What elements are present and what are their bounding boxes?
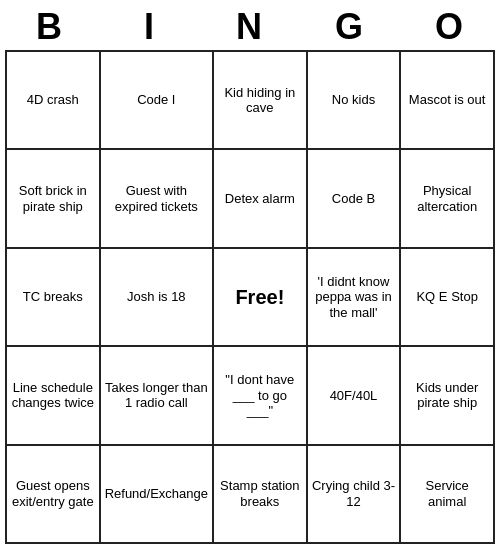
cell-r0-c1: Code I bbox=[101, 52, 214, 150]
cell-r2-c1: Josh is 18 bbox=[101, 249, 214, 347]
cell-text: Soft brick in pirate ship bbox=[11, 183, 95, 214]
cell-text: Josh is 18 bbox=[127, 289, 186, 305]
cell-text: Line schedule changes twice bbox=[11, 380, 95, 411]
cell-r3-c0: Line schedule changes twice bbox=[7, 347, 101, 445]
cell-text: Refund/Exchange bbox=[105, 486, 208, 502]
cell-r1-c0: Soft brick in pirate ship bbox=[7, 150, 101, 248]
cell-text: KQ E Stop bbox=[416, 289, 477, 305]
cell-text: Kids under pirate ship bbox=[405, 380, 489, 411]
cell-text: Free! bbox=[235, 285, 284, 309]
cell-text: "I dont have ___ to go ___" bbox=[218, 372, 302, 419]
cell-r4-c0: Guest opens exit/entry gate bbox=[7, 446, 101, 544]
title-letter: B bbox=[5, 6, 95, 48]
cell-r4-c3: Crying child 3-12 bbox=[308, 446, 402, 544]
title-letter: I bbox=[105, 6, 195, 48]
title-letter: G bbox=[305, 6, 395, 48]
title-letter: N bbox=[205, 6, 295, 48]
cell-r4-c1: Refund/Exchange bbox=[101, 446, 214, 544]
cell-text: Guest opens exit/entry gate bbox=[11, 478, 95, 509]
cell-r1-c2: Detex alarm bbox=[214, 150, 308, 248]
cell-r1-c4: Physical altercation bbox=[401, 150, 495, 248]
cell-text: Service animal bbox=[405, 478, 489, 509]
cell-r4-c2: Stamp station breaks bbox=[214, 446, 308, 544]
cell-text: Crying child 3-12 bbox=[312, 478, 396, 509]
cell-r2-c2: Free! bbox=[214, 249, 308, 347]
cell-text: TC breaks bbox=[23, 289, 83, 305]
bingo-grid: 4D crashCode IKid hiding in caveNo kidsM… bbox=[5, 50, 495, 544]
cell-r0-c2: Kid hiding in cave bbox=[214, 52, 308, 150]
cell-text: 'I didnt know peppa was in the mall' bbox=[312, 274, 396, 321]
cell-r4-c4: Service animal bbox=[401, 446, 495, 544]
cell-r3-c2: "I dont have ___ to go ___" bbox=[214, 347, 308, 445]
cell-text: No kids bbox=[332, 92, 375, 108]
cell-text: Detex alarm bbox=[225, 191, 295, 207]
cell-r0-c3: No kids bbox=[308, 52, 402, 150]
cell-text: Takes longer than 1 radio call bbox=[105, 380, 208, 411]
cell-r1-c3: Code B bbox=[308, 150, 402, 248]
cell-text: Guest with expired tickets bbox=[105, 183, 208, 214]
cell-text: Mascot is out bbox=[409, 92, 486, 108]
cell-r3-c1: Takes longer than 1 radio call bbox=[101, 347, 214, 445]
title-letter: O bbox=[405, 6, 495, 48]
cell-r0-c0: 4D crash bbox=[7, 52, 101, 150]
cell-text: Physical altercation bbox=[405, 183, 489, 214]
cell-r3-c4: Kids under pirate ship bbox=[401, 347, 495, 445]
cell-text: 40F/40L bbox=[330, 388, 378, 404]
cell-text: Code B bbox=[332, 191, 375, 207]
cell-r3-c3: 40F/40L bbox=[308, 347, 402, 445]
cell-r2-c4: KQ E Stop bbox=[401, 249, 495, 347]
cell-r0-c4: Mascot is out bbox=[401, 52, 495, 150]
cell-r1-c1: Guest with expired tickets bbox=[101, 150, 214, 248]
cell-r2-c3: 'I didnt know peppa was in the mall' bbox=[308, 249, 402, 347]
cell-text: 4D crash bbox=[27, 92, 79, 108]
cell-text: Stamp station breaks bbox=[218, 478, 302, 509]
cell-text: Code I bbox=[137, 92, 175, 108]
bingo-title: BINGO bbox=[0, 0, 500, 50]
cell-r2-c0: TC breaks bbox=[7, 249, 101, 347]
cell-text: Kid hiding in cave bbox=[218, 85, 302, 116]
